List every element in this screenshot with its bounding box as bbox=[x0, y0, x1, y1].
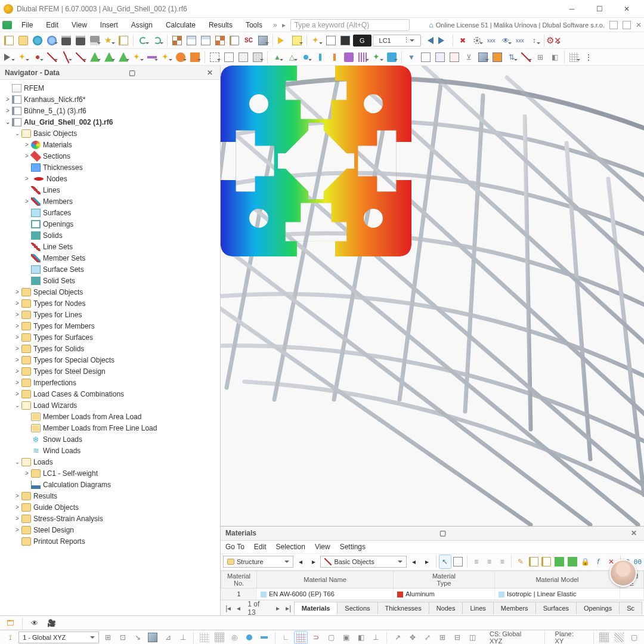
window-1-button[interactable] bbox=[171, 34, 184, 47]
sel2-button[interactable] bbox=[222, 51, 236, 64]
star2-button[interactable]: ✦ bbox=[131, 51, 144, 64]
more-button[interactable]: ⋮ bbox=[582, 51, 595, 64]
category-combo[interactable]: Basic Objects bbox=[320, 556, 407, 568]
row-ins-button[interactable]: ≡ bbox=[470, 555, 482, 568]
sel3-button[interactable] bbox=[237, 51, 250, 64]
structure-combo[interactable]: Structure bbox=[223, 556, 293, 568]
tree2-button[interactable] bbox=[103, 51, 116, 64]
snap-grid-button[interactable] bbox=[198, 631, 210, 643]
tree-item[interactable]: >Stress-Strain Analysis bbox=[1, 513, 219, 524]
tab-prev-button[interactable]: ◂ bbox=[234, 604, 244, 612]
polyline-button[interactable] bbox=[60, 51, 73, 64]
menu-overflow-icon[interactable]: » bbox=[270, 21, 281, 29]
tree-item[interactable]: >Guide Objects bbox=[1, 501, 219, 513]
search-input[interactable]: Type a keyword (Alt+Q) bbox=[290, 19, 410, 31]
tree-item[interactable]: >Types for Lines bbox=[1, 309, 219, 320]
tree-item[interactable]: >Types for Special Objects bbox=[1, 354, 219, 366]
save-button[interactable] bbox=[74, 34, 87, 47]
cs-btn6[interactable]: ⊥ bbox=[177, 631, 189, 643]
res1-button[interactable] bbox=[342, 51, 355, 64]
grid-button[interactable] bbox=[568, 51, 581, 64]
tab-last-button[interactable]: ▸| bbox=[283, 604, 294, 612]
vis2-button[interactable] bbox=[434, 51, 447, 64]
vis8-button[interactable] bbox=[519, 51, 532, 64]
star4-button[interactable]: ✦ bbox=[371, 51, 384, 64]
snap-btn2[interactable] bbox=[243, 631, 256, 643]
tab-members[interactable]: Members bbox=[493, 602, 536, 614]
home-icon[interactable]: ⌂ bbox=[429, 21, 433, 29]
materials-menu-view[interactable]: View bbox=[315, 543, 330, 551]
library-button[interactable] bbox=[256, 34, 270, 47]
tree-item[interactable]: Surfaces bbox=[1, 207, 219, 218]
tree-item[interactable]: Member Loads from Free Line Load bbox=[1, 422, 219, 434]
struct-next-button[interactable]: ▸ bbox=[308, 555, 320, 568]
lock-button[interactable]: 🔒 bbox=[580, 555, 592, 568]
vis9-button[interactable]: ⊞ bbox=[534, 51, 547, 64]
hatch-toggle-button[interactable] bbox=[613, 631, 626, 643]
vis5-button[interactable] bbox=[476, 51, 490, 64]
dim1-button[interactable] bbox=[145, 51, 159, 64]
tree-item[interactable]: ≋Wind Loads bbox=[1, 445, 219, 456]
tab-openings[interactable]: Openings bbox=[576, 602, 620, 614]
vis7-button[interactable]: ⇅ bbox=[505, 51, 518, 64]
loadcase-combo[interactable]: LC1⋮ bbox=[373, 35, 421, 47]
tree-item[interactable]: ⌄Alu_Grid_Shell_002 (1).rf6 bbox=[1, 116, 219, 128]
close-button[interactable]: ✕ bbox=[613, 0, 640, 18]
tree-item[interactable]: >Sections bbox=[1, 150, 219, 162]
open-file-button[interactable] bbox=[17, 34, 30, 47]
arrow-button[interactable] bbox=[2, 51, 16, 64]
tree-item[interactable]: >Nodes bbox=[1, 173, 219, 184]
snap10-button[interactable]: ⤢ bbox=[421, 631, 434, 643]
sel1-button[interactable] bbox=[208, 51, 221, 64]
col-no[interactable]: Material No. bbox=[221, 571, 257, 588]
tree-item[interactable]: Lines bbox=[1, 184, 219, 196]
tree-item[interactable]: >Types for Members bbox=[1, 320, 219, 332]
tab-materials[interactable]: Materials bbox=[294, 602, 338, 614]
tree-item[interactable]: ⌄Load Wizards bbox=[1, 400, 219, 411]
cs-combo[interactable]: 1 - Global XYZ bbox=[18, 631, 99, 643]
materials-close-button[interactable]: ✕ bbox=[628, 529, 639, 537]
tree-item[interactable]: >Special Objects bbox=[1, 286, 219, 298]
star-new-button[interactable]: ✦ bbox=[17, 51, 30, 64]
snap12-button[interactable]: ⊟ bbox=[451, 631, 464, 643]
paste-button[interactable] bbox=[540, 555, 552, 568]
camera-button[interactable]: 🎥 bbox=[45, 617, 58, 629]
snap4-button[interactable]: ▢ bbox=[324, 631, 337, 643]
minimize-button[interactable]: ─ bbox=[558, 0, 586, 18]
grid-toggle-button[interactable] bbox=[598, 631, 611, 643]
highlight-button[interactable] bbox=[452, 555, 464, 568]
window-3-button[interactable] bbox=[199, 34, 212, 47]
materials-menu-goto[interactable]: Go To bbox=[225, 543, 244, 551]
pick-button[interactable]: ↖ bbox=[439, 555, 451, 568]
results-off-button[interactable]: ✖ bbox=[456, 34, 469, 47]
tree-item[interactable]: ⌄Basic Objects bbox=[1, 128, 219, 139]
star3-button[interactable]: ✦ bbox=[160, 51, 173, 64]
line-button[interactable] bbox=[45, 51, 58, 64]
selection-button[interactable] bbox=[276, 34, 289, 47]
menu-edit[interactable]: Edit bbox=[40, 19, 64, 31]
result-xxx-button[interactable]: xxx bbox=[485, 34, 498, 47]
menu-view[interactable]: View bbox=[66, 19, 93, 31]
magnet-button[interactable]: ⊃ bbox=[309, 631, 322, 643]
result-xxx2-button[interactable]: xxx bbox=[513, 34, 527, 47]
open-model-button[interactable] bbox=[31, 34, 44, 47]
tree-item[interactable]: >Bühne_5_(1) (3).rf6 bbox=[1, 105, 219, 116]
node-button[interactable] bbox=[31, 51, 44, 64]
tree-item[interactable]: >Steel Design bbox=[1, 524, 219, 535]
tree-item[interactable]: Member Sets bbox=[1, 252, 219, 264]
menu-tools[interactable]: Tools bbox=[240, 19, 268, 31]
view-solid-button[interactable] bbox=[324, 34, 338, 47]
grid-snap-button[interactable] bbox=[295, 631, 307, 643]
tab-surfaces[interactable]: Surfaces bbox=[535, 602, 577, 614]
snap6-button[interactable]: ◧ bbox=[355, 631, 367, 643]
tab-nodes[interactable]: Nodes bbox=[429, 602, 463, 614]
tree-item[interactable]: >Types for Nodes bbox=[1, 298, 219, 309]
cs-btn3[interactable]: ↘ bbox=[132, 631, 144, 643]
filter-button[interactable] bbox=[290, 34, 304, 47]
shape1-button[interactable] bbox=[174, 51, 187, 64]
shape2-button[interactable] bbox=[188, 51, 202, 64]
cs-btn5[interactable]: ⊿ bbox=[162, 631, 174, 643]
materials-menu-edit[interactable]: Edit bbox=[254, 543, 267, 551]
snap-btn3[interactable] bbox=[258, 631, 271, 643]
tree-item[interactable]: >Materials bbox=[1, 139, 219, 150]
